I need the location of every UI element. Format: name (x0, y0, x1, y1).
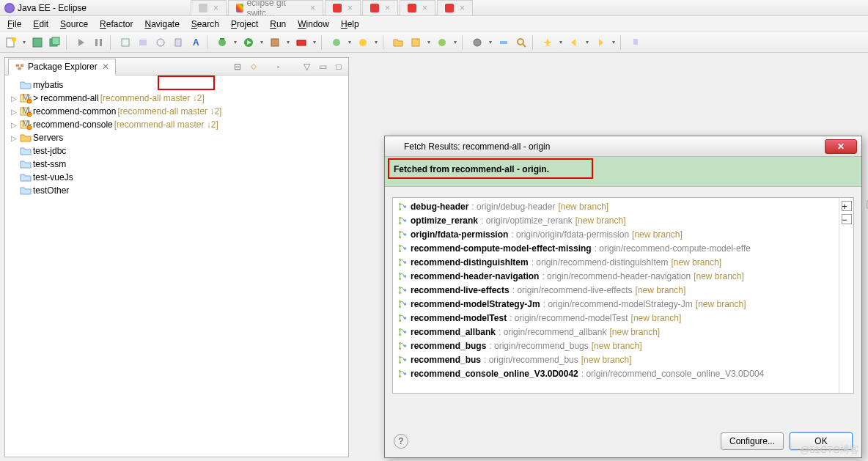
tree-item[interactable]: mybatis (7, 78, 347, 92)
link-editor-button[interactable] (247, 60, 260, 73)
svg-point-19 (333, 39, 340, 46)
maximize-button[interactable]: □ (332, 60, 345, 73)
dropdown-icon[interactable]: ▾ (258, 39, 265, 45)
annotation-button[interactable] (540, 34, 556, 51)
branch-result-row[interactable]: debug-header : origin/debug-header [new … (394, 199, 837, 213)
dropdown-icon[interactable]: ▾ (452, 39, 459, 45)
branch-result-row[interactable]: recommend-header-navigation : origin/rec… (394, 269, 837, 283)
menu-search[interactable]: Search (185, 18, 225, 31)
expand-all-button[interactable]: + (842, 201, 852, 211)
new-class-button[interactable] (434, 34, 450, 51)
dropdown-icon[interactable]: ▾ (557, 39, 564, 45)
dropdown-icon[interactable]: ▾ (372, 39, 380, 45)
branch-result-row[interactable]: recommend_bus : origin/recommend_bus [ne… (394, 353, 837, 366)
fetch-summary: Fetched from recommend-all - origin. (394, 164, 549, 174)
menu-help[interactable]: Help (335, 18, 365, 31)
search-button[interactable] (513, 34, 529, 51)
save-button[interactable] (29, 34, 45, 51)
branch-icon (397, 369, 408, 379)
dialog-title-bar[interactable]: Fetch Results: recommend-all - origin ✕ (385, 136, 861, 157)
dropdown-icon[interactable]: ▾ (610, 39, 617, 45)
server-debug-button[interactable] (355, 34, 371, 51)
branch-result-row[interactable]: recommend-compute-model-effect-missing :… (394, 241, 837, 255)
tree-item[interactable]: ▷M-Jrecommend-common [recommend-all mast… (7, 105, 347, 118)
expand-arrow-icon[interactable]: ▷ (10, 95, 18, 103)
dropdown-icon[interactable]: ▾ (21, 39, 28, 45)
open-task-button[interactable] (469, 34, 485, 51)
menu-refactor[interactable]: Refactor (94, 18, 139, 31)
collapse-all-button[interactable]: ⊟ (231, 60, 244, 73)
new-package-button[interactable] (408, 34, 424, 51)
collapse-all-button[interactable]: − (842, 214, 852, 224)
new-project-button[interactable] (390, 34, 406, 51)
server-button[interactable] (328, 34, 345, 51)
help-button[interactable]: ? (394, 434, 408, 449)
skip-restart-button[interactable] (91, 34, 107, 51)
dropdown-icon[interactable]: ▾ (311, 39, 318, 45)
dropdown-icon[interactable]: ▾ (425, 39, 433, 45)
menu-file[interactable]: File (1, 18, 27, 31)
new-button[interactable] (3, 34, 19, 51)
back-button[interactable] (566, 34, 582, 51)
tool-button-2[interactable] (135, 34, 151, 51)
save-all-button[interactable] (47, 34, 63, 51)
tree-item[interactable]: ▷M-Jrecommend-console [recommend-all mas… (7, 118, 347, 131)
branch-result-row[interactable]: recommend_console_online_V3.0D0042 : ori… (394, 366, 837, 380)
menu-run[interactable]: Run (264, 18, 292, 31)
tool-button-3[interactable] (152, 34, 169, 51)
forward-button[interactable] (592, 34, 608, 51)
svg-point-47 (404, 219, 407, 222)
menu-project[interactable]: Project (225, 18, 264, 31)
link-button[interactable] (496, 34, 512, 51)
restart-button[interactable] (73, 34, 89, 51)
close-icon[interactable]: ✕ (102, 62, 109, 72)
tree-item[interactable]: test-ssm (7, 158, 347, 171)
dropdown-icon[interactable]: ▾ (487, 39, 494, 45)
view-title: Package Explorer (28, 62, 98, 72)
dropdown-icon[interactable]: ▾ (232, 39, 239, 45)
menu-navigate[interactable]: Navigate (139, 18, 185, 31)
branch-result-row[interactable]: optimize_rerank : origin/optimize_rerank… (394, 213, 837, 227)
dropdown-icon[interactable]: ▾ (284, 39, 292, 45)
branch-result-row[interactable]: recommend-distinguishItem : origin/recom… (394, 255, 837, 269)
branch-result-row[interactable]: recommend_bugs : origin/recommend_bugs [… (394, 339, 837, 353)
run-last-button[interactable] (267, 34, 283, 51)
debug-button[interactable] (214, 34, 230, 51)
branch-result-list[interactable]: debug-header : origin/debug-header [new … (393, 198, 839, 393)
configure-button[interactable]: Configure... (721, 432, 784, 450)
tree-item[interactable]: ▷M-J> recommend-all [recommend-all maste… (7, 92, 347, 105)
expand-arrow-icon[interactable]: ▷ (10, 108, 18, 116)
close-button[interactable]: ✕ (825, 139, 857, 154)
tool-button[interactable] (117, 34, 133, 51)
menu-edit[interactable]: Edit (27, 18, 54, 31)
branch-result-row[interactable]: recommend_allbank : origin/recommend_all… (394, 325, 837, 339)
branch-result-row[interactable]: recommend-modelStrategy-Jm : origin/reco… (394, 297, 837, 311)
tree-item[interactable]: testOther (7, 184, 347, 197)
package-explorer-tab[interactable]: Package Explorer ✕ (8, 59, 116, 75)
dropdown-icon[interactable]: ▾ (584, 39, 591, 45)
branch-result-row[interactable]: recommend-modelTest : origin/recommend-m… (394, 311, 837, 325)
menu-window[interactable]: Window (292, 18, 335, 31)
tool-button-4[interactable] (170, 34, 186, 51)
project-tree[interactable]: mybatis▷M-J> recommend-all [recommend-al… (5, 75, 348, 200)
branch-tag: [new branch] (575, 215, 626, 226)
focus-task-button[interactable]: ◦ (272, 60, 285, 73)
text-button[interactable]: A (188, 34, 204, 51)
branch-result-row[interactable]: recommend-live-effects : origin/recommen… (394, 283, 837, 297)
menu-bar[interactable]: FileEditSourceRefactorNavigateSearchProj… (0, 16, 868, 32)
dropdown-icon[interactable]: ▾ (346, 39, 353, 45)
pin-button[interactable] (628, 34, 644, 51)
branch-result-row[interactable]: origin/fdata-permission : origin/origin/… (394, 227, 837, 241)
menu-source[interactable]: Source (54, 18, 94, 31)
expand-arrow-icon[interactable]: ▷ (10, 134, 18, 142)
expand-arrow-icon[interactable]: ▷ (10, 121, 18, 129)
view-menu-button[interactable]: ▽ (300, 60, 313, 73)
tree-item[interactable]: ▷Servers (7, 131, 347, 144)
main-toolbar[interactable]: ▾ A ▾ ▾ ▾ ▾ ▾ ▾ ▾ ▾ ▾ ▾ ▾ ▾ (0, 32, 868, 53)
branch-tag: [new branch] (696, 299, 746, 309)
minimize-button[interactable]: ▭ (316, 60, 329, 73)
tree-item[interactable]: test-jdbc (7, 144, 347, 158)
external-tools-button[interactable] (293, 34, 309, 51)
tree-item[interactable]: test-vueJs (7, 171, 347, 184)
run-button[interactable] (240, 34, 257, 51)
